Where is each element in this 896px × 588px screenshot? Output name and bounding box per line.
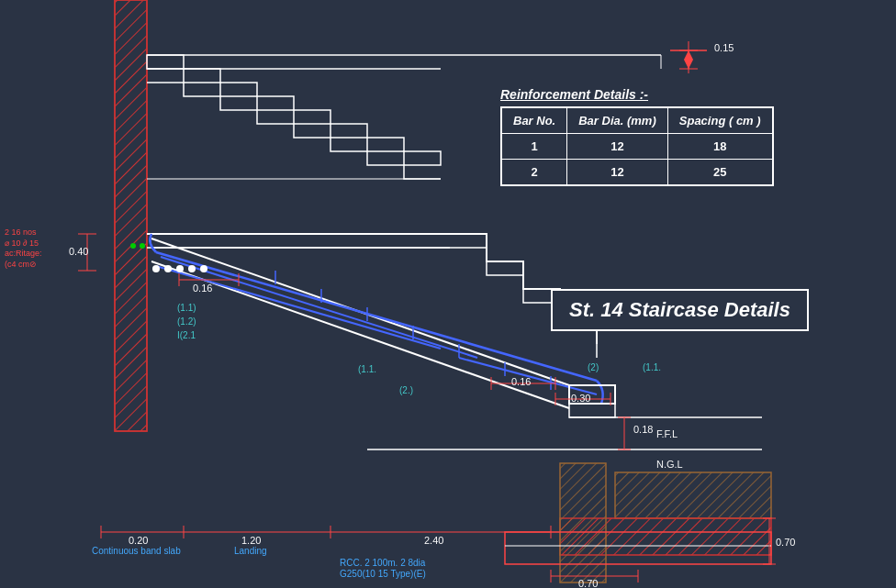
svg-point-79 xyxy=(188,265,196,272)
cell-dia-0: 12 xyxy=(567,134,668,160)
dim-0.70-right: 0.70 xyxy=(776,537,795,548)
reinforcement-table: Bar No. Bar Dia. (mm) Spacing ( cm ) 112… xyxy=(500,106,774,186)
dim-2.40: 2.40 xyxy=(424,535,443,546)
dim-0.18: 0.18 xyxy=(633,424,653,435)
canvas-area: Staircase Details (Section s-s) Scale 1:… xyxy=(0,0,896,588)
bar-label-2: (1.2) xyxy=(177,316,196,327)
st14-label-box: St. 14 Staircase Details xyxy=(551,289,809,331)
ngl-label: N.G.L xyxy=(656,459,683,470)
svg-point-78 xyxy=(176,265,184,272)
cell-spacing-0: 18 xyxy=(667,134,772,160)
bar-label-6: (2) xyxy=(588,362,599,372)
reinforcement-table-container: Reinforcement Details :- Bar No. Bar Dia… xyxy=(500,87,774,186)
svg-point-80 xyxy=(200,265,207,272)
cell-spacing-1: 25 xyxy=(667,160,772,186)
dim-0.15: 0.15 xyxy=(714,42,734,53)
ffl-label: F.F.L xyxy=(656,428,678,439)
bar-label-7: (1.1. xyxy=(643,362,661,372)
svg-point-77 xyxy=(164,265,172,272)
cell-bar_no-1: 2 xyxy=(501,160,567,186)
col-spacing: Spacing ( cm ) xyxy=(667,107,772,134)
col-barno: Bar No. xyxy=(501,107,567,134)
bar-label-5: (2.) xyxy=(399,385,413,395)
svg-rect-4 xyxy=(115,0,147,431)
dim-0.40: 0.40 xyxy=(69,246,88,257)
table-row: 21225 xyxy=(501,160,773,186)
dim-0.30: 0.30 xyxy=(571,393,590,404)
dim-1.20: 1.20 xyxy=(241,535,261,546)
col-bardia: Bar Dia. (mm) xyxy=(567,107,668,134)
svg-point-76 xyxy=(152,265,160,272)
left-annotations: 2 16 nos ⌀ 10 ∂ 15 ac:Ritage: (c4 cm⊘ xyxy=(5,227,42,271)
foundation-label: G250(10 15 Type)(E) xyxy=(340,569,426,579)
landing-label: Landing xyxy=(234,546,267,556)
table-row: 11218 xyxy=(501,134,773,160)
cell-dia-1: 12 xyxy=(567,160,668,186)
dim-0.70-bottom: 0.70 xyxy=(578,578,598,588)
svg-point-82 xyxy=(140,243,145,249)
bar-label-1: (1.1) xyxy=(177,303,196,313)
dim-0.20: 0.20 xyxy=(129,535,148,546)
rcc-beam-label: RCC. 2 100m. 2 8dia xyxy=(340,558,425,568)
bar-label-3: I(2.1 xyxy=(177,330,196,340)
dim-0.16-a: 0.16 xyxy=(193,283,212,294)
svg-point-81 xyxy=(130,243,136,249)
svg-rect-40 xyxy=(615,472,771,518)
reinforcement-title: Reinforcement Details :- xyxy=(500,87,774,102)
bar-label-4: (1.1. xyxy=(358,364,376,374)
dim-0.16-b: 0.16 xyxy=(511,376,531,387)
continuous-band-label: Continuous band slab xyxy=(92,546,181,556)
cell-bar_no-0: 1 xyxy=(501,134,567,160)
